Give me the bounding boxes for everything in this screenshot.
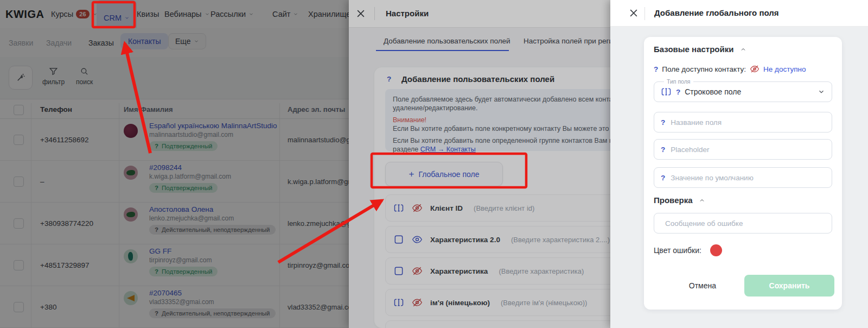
help-question-icon[interactable]: ? bbox=[676, 88, 680, 96]
chevron-up-icon[interactable] bbox=[699, 197, 705, 204]
field-placeholder-inputbox: ? bbox=[654, 139, 832, 160]
field-placeholder-input[interactable] bbox=[669, 145, 825, 154]
page-dim-overlay bbox=[0, 0, 349, 328]
validation-section: Проверка bbox=[654, 195, 705, 205]
settings-dim-overlay bbox=[349, 0, 610, 328]
field-type-select[interactable]: Тип поля ? Строковое поле bbox=[654, 81, 832, 102]
text-field-type-icon bbox=[661, 86, 672, 97]
global-field-title: Добавление глобального поля bbox=[654, 8, 779, 17]
field-default-input[interactable] bbox=[669, 173, 825, 182]
cancel-button[interactable]: Отмена bbox=[689, 281, 716, 290]
close-button[interactable] bbox=[628, 8, 639, 18]
eye-off-icon bbox=[750, 64, 760, 74]
close-icon bbox=[628, 8, 639, 18]
help-question-icon[interactable]: ? bbox=[661, 146, 665, 154]
availability-row: ? Поле доступно контакту: Не доступно bbox=[654, 64, 806, 74]
error-message-input[interactable] bbox=[664, 219, 825, 228]
form-actions: Отмена Сохранить bbox=[654, 275, 834, 297]
help-question-icon[interactable]: ? bbox=[661, 118, 665, 127]
error-message-inputbox bbox=[654, 213, 832, 234]
global-field-header: Добавление глобального поля bbox=[610, 0, 868, 27]
field-type-label: Тип поля bbox=[664, 78, 693, 85]
basic-settings-section: Базовые настройки bbox=[654, 45, 746, 54]
save-button[interactable]: Сохранить bbox=[744, 275, 834, 297]
field-name-input[interactable] bbox=[669, 118, 825, 127]
field-default-inputbox: ? bbox=[654, 167, 832, 188]
availability-toggle-link[interactable]: Не доступно bbox=[763, 65, 806, 73]
error-color-label: Цвет ошибки: bbox=[654, 246, 701, 255]
basic-settings-label: Базовые настройки bbox=[654, 45, 733, 54]
validation-label: Проверка bbox=[654, 195, 692, 205]
field-name-inputbox: ? bbox=[654, 112, 832, 133]
screen: KWIGA Курсы 26 CRM Квизы Вебинары Рассыл… bbox=[0, 0, 868, 328]
chevron-down-icon[interactable] bbox=[818, 88, 825, 96]
global-field-drawer: Добавление глобального поля Базовые наст… bbox=[610, 0, 868, 328]
availability-label: Поле доступно контакту: bbox=[662, 65, 746, 73]
chevron-up-icon[interactable] bbox=[740, 46, 746, 53]
error-color-swatch[interactable] bbox=[710, 244, 722, 256]
global-field-form-card: Базовые настройки ? Поле доступно контак… bbox=[644, 37, 842, 310]
help-question-icon[interactable]: ? bbox=[661, 174, 665, 182]
help-question-icon[interactable]: ? bbox=[654, 65, 658, 73]
header-divider bbox=[644, 7, 645, 20]
field-type-value: Строковое поле bbox=[685, 87, 813, 96]
error-color-row: Цвет ошибки: bbox=[654, 244, 722, 256]
